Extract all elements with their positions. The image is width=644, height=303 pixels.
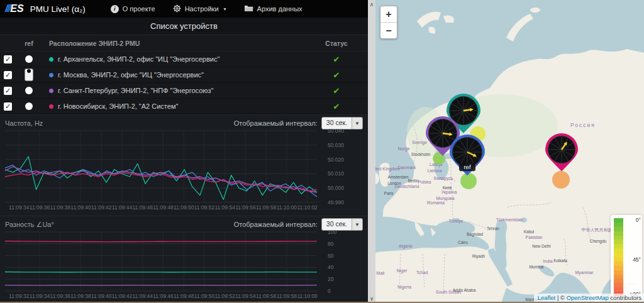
ref-radio[interactable]: [25, 87, 33, 94]
frequency-chart-plot: [5, 130, 317, 203]
logo-slashes-icon: ///: [5, 3, 9, 14]
map-marker-novosibirsk[interactable]: [545, 133, 578, 172]
chart-title-angle: Разность ∠Ua°: [5, 221, 54, 229]
menu-about-label: О проекте: [123, 5, 155, 13]
legend-color-segment: [614, 240, 623, 244]
frequency-x-axis: 11:09:3411:09:3611:09:3811:09:4011:09:42…: [5, 203, 368, 213]
legend-color-segment: [614, 223, 623, 227]
angle-chart-plot: [5, 231, 317, 292]
ref-radio-selected[interactable]: [25, 69, 33, 81]
y-tick-label: 80: [328, 241, 333, 247]
left-panel: ///ES PMU Live! (α₂) i О проекте Настрой…: [0, 0, 368, 303]
legend-gradient-bar: [614, 218, 623, 296]
y-tick-label: 50.010: [328, 170, 344, 177]
legend-color-segment: [614, 218, 623, 223]
select-chevron-icon: ▼: [352, 219, 362, 230]
device-label: г. Архангельск, ЭНИП-2, офис "ИЦ "Энерго…: [58, 55, 219, 63]
device-checkbox[interactable]: ✓: [4, 55, 12, 63]
series-line-Санкт-Петербург: [5, 167, 317, 192]
device-label: г. Новосибирск, ЭНИП-2, "А2 Систем": [58, 102, 178, 110]
y-tick-label: 50.040: [328, 128, 344, 134]
table-row-spb: ✓ г. Санкт-Петербург, ЭНИП-2, "НПФ "Энер…: [0, 83, 368, 99]
legend-color-segment: [614, 266, 623, 270]
chevron-down-icon: ▾: [224, 6, 226, 12]
zoom-out-button[interactable]: −: [380, 23, 397, 38]
main-menu: i О проекте Настройки ▾ Архив данных: [111, 4, 303, 14]
folder-icon: [244, 4, 253, 13]
legend-color-segment: [614, 231, 623, 236]
select-chevron-icon: ▼: [352, 118, 362, 129]
device-checkbox[interactable]: ✓: [4, 71, 12, 79]
scroll-up-icon[interactable]: ∧: [370, 0, 374, 9]
menu-settings-label: Настройки: [185, 5, 219, 13]
legend-color-segment: [614, 262, 623, 266]
es-logo[interactable]: ///ES: [5, 3, 24, 14]
y-tick-label: 50.030: [328, 142, 344, 148]
angle-halo: [552, 171, 570, 189]
legend-color-segment: [614, 248, 623, 253]
legend-label-45: 45°: [633, 256, 641, 263]
legend-color-segment: [614, 278, 623, 283]
y-tick-label: 20: [328, 276, 333, 282]
legend-color-segment: [614, 283, 623, 287]
status-ok-icon: ✔: [305, 86, 368, 96]
osm-link[interactable]: OpenStreetMap: [567, 294, 609, 301]
pmu-live-app: ///ES PMU Live! (α₂) i О проекте Настрой…: [0, 0, 644, 303]
frequency-chart-block: Частота, Hz Отображаемый интервал: 30 се…: [0, 114, 368, 216]
legend-color-segment: [614, 244, 623, 248]
series-line-Архангельск: [5, 272, 317, 273]
device-table-header: ref Расположение ЭНИП-2 PMU Статус: [0, 35, 368, 52]
device-list-title: Список устройств: [0, 18, 368, 35]
y-tick-label: 50.020: [328, 157, 344, 163]
col-status: Статус: [305, 40, 368, 47]
series-line-Москва: [5, 165, 317, 197]
device-label: г. Санкт-Петербург, ЭНИП-2, "НПФ "Энерго…: [58, 87, 214, 94]
device-checkbox[interactable]: ✓: [4, 87, 12, 95]
ref-badge-label: ref: [464, 163, 470, 170]
ref-radio[interactable]: [25, 55, 33, 63]
y-tick-label: 50.000: [328, 185, 344, 191]
legend-color-segment: [614, 257, 623, 262]
legend-label-0: 0°: [636, 217, 641, 223]
col-location: Расположение ЭНИП-2 PMU: [40, 40, 305, 47]
menu-about[interactable]: i О проекте: [111, 5, 155, 13]
device-checkbox[interactable]: ✓: [4, 102, 12, 111]
angle-chart-block: Разность ∠Ua° Отображаемый интервал: 30 …: [0, 216, 368, 303]
legend-color-segment: [614, 227, 623, 231]
legend-color-segment: [614, 275, 623, 279]
interval-label: Отображаемый интервал:: [234, 221, 318, 228]
menu-archive-label: Архив данных: [257, 5, 303, 13]
series-color-dot: [49, 73, 53, 77]
map-zoom-control: + −: [380, 6, 397, 39]
vertical-scrollbar[interactable]: ∧ ∨: [368, 0, 375, 303]
menu-archive[interactable]: Архив данных: [244, 4, 303, 13]
x-tick-label: 11:10:00: [292, 293, 323, 299]
series-color-dot: [49, 104, 53, 109]
series-line-Архангельск: [5, 157, 317, 199]
legend-color-segment: [614, 253, 623, 257]
info-icon: i: [111, 5, 119, 13]
legend-color-segment: [614, 287, 623, 292]
menu-settings[interactable]: Настройки ▾: [173, 4, 226, 14]
interval-label: Отображаемый интервал:: [234, 119, 318, 127]
y-tick-label: 40: [328, 264, 333, 270]
status-ok-icon: ✔: [305, 55, 368, 64]
col-ref: ref: [18, 40, 40, 47]
angle-color-legend: 0° 45° >90°: [611, 215, 642, 299]
chart-title-frequency: Частота, Hz: [5, 119, 43, 127]
top-navbar: ///ES PMU Live! (α₂) i О проекте Настрой…: [0, 0, 368, 18]
status-ok-icon: ✔: [305, 102, 368, 111]
zoom-in-button[interactable]: +: [380, 6, 397, 23]
leaflet-link[interactable]: Leaflet: [538, 294, 556, 301]
legend-color-segment: [614, 236, 623, 240]
table-row-novosibirsk: ✓ г. Новосибирск, ЭНИП-2, "А2 Систем" ✔: [0, 99, 368, 114]
map-marker-moscow[interactable]: ref: [450, 135, 485, 175]
device-label: г. Москва, ЭНИП-2, офис "ИЦ "Энергосерви…: [58, 71, 204, 79]
leaflet-map[interactable]: РоссияNorgeSverigeSuomiDanmarkUnited Kin…: [375, 0, 644, 303]
table-row-moscow: ✓ г. Москва, ЭНИП-2, офис "ИЦ "Энергосер…: [0, 67, 368, 83]
y-tick-label: 100: [328, 229, 336, 235]
gear-icon: [173, 4, 181, 14]
angle-x-axis: 11:09:3211:09:3411:09:3611:09:3811:09:40…: [5, 292, 368, 302]
x-tick-label: 11:10:02: [292, 204, 323, 211]
ref-radio[interactable]: [25, 102, 33, 110]
